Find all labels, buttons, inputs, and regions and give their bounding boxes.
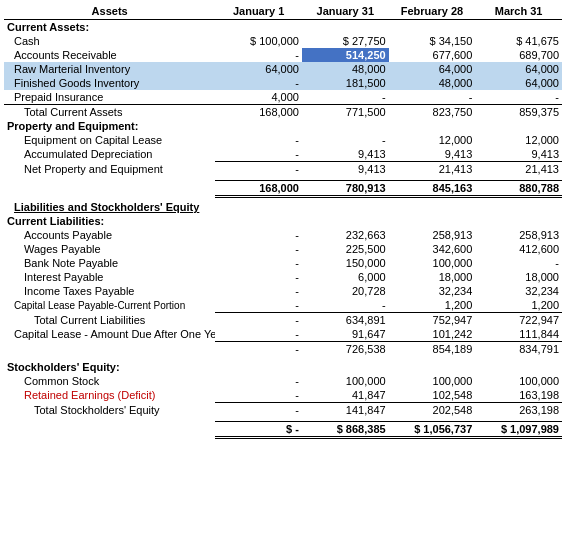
table-header: Assets January 1 January 31 February 28 … — [4, 4, 562, 20]
row-net-property: Net Property and Equipment - 9,413 21,41… — [4, 162, 562, 177]
row-retained-earnings: Retained Earnings (Deficit) - 41,847 102… — [4, 388, 562, 403]
row-capital-lease-long: Capital Lease - Amount Due After One Yea… — [4, 327, 562, 342]
balance-sheet-container: Assets January 1 January 31 February 28 … — [0, 0, 566, 533]
header-feb28: February 28 — [389, 4, 476, 20]
row-bank-note-payable: Bank Note Payable - 150,000 100,000 - — [4, 256, 562, 270]
stockholders-equity-title: Stockholders' Equity: — [4, 360, 562, 374]
liabilities-equity-title: Liabilities and Stockholders' Equity — [4, 200, 562, 214]
row-equipment-capital-lease: Equipment on Capital Lease - - 12,000 12… — [4, 133, 562, 147]
row-total-current-assets: Total Current Assets 168,000 771,500 823… — [4, 105, 562, 120]
row-grand-total: $ - $ 868,385 $ 1,056,737 $ 1,097,989 — [4, 421, 562, 437]
row-capital-lease-current: Capital Lease Payable-Current Portion - … — [4, 298, 562, 313]
header-jan31: January 31 — [302, 4, 389, 20]
row-total-stockholders-equity: Total Stockholders' Equity - 141,847 202… — [4, 403, 562, 418]
row-finished-goods: Finished Goods Inventory - 181,500 48,00… — [4, 76, 562, 90]
row-total-assets: 168,000 780,913 845,163 880,788 — [4, 180, 562, 196]
row-wages-payable: Wages Payable - 225,500 342,600 412,600 — [4, 242, 562, 256]
row-total-liabilities: - 726,538 854,189 834,791 — [4, 342, 562, 357]
row-interest-payable: Interest Payable - 6,000 18,000 18,000 — [4, 270, 562, 284]
row-accounts-payable: Accounts Payable - 232,663 258,913 258,9… — [4, 228, 562, 242]
current-liabilities-title: Current Liabilities: — [4, 214, 562, 228]
row-accumulated-depreciation: Accumulated Depreciation - 9,413 9,413 9… — [4, 147, 562, 162]
row-accounts-receivable: Accounts Receivable - 514,250 677,600 68… — [4, 48, 562, 62]
header-jan1: January 1 — [215, 4, 302, 20]
row-income-taxes-payable: Income Taxes Payable - 20,728 32,234 32,… — [4, 284, 562, 298]
header-mar31: March 31 — [475, 4, 562, 20]
row-total-current-liabilities: Total Current Liabilities - 634,891 752,… — [4, 313, 562, 328]
property-equipment-title: Property and Equipment: — [4, 119, 562, 133]
row-cash: Cash $ 100,000 $ 27,750 $ 34,150 $ 41,67… — [4, 34, 562, 48]
row-raw-material: Raw Marterial Inventory 64,000 48,000 64… — [4, 62, 562, 76]
row-prepaid-insurance: Prepaid Insurance 4,000 - - - — [4, 90, 562, 105]
current-assets-title: Current Assets: — [4, 20, 562, 35]
header-assets: Assets — [4, 4, 215, 20]
row-common-stock: Common Stock - 100,000 100,000 100,000 — [4, 374, 562, 388]
